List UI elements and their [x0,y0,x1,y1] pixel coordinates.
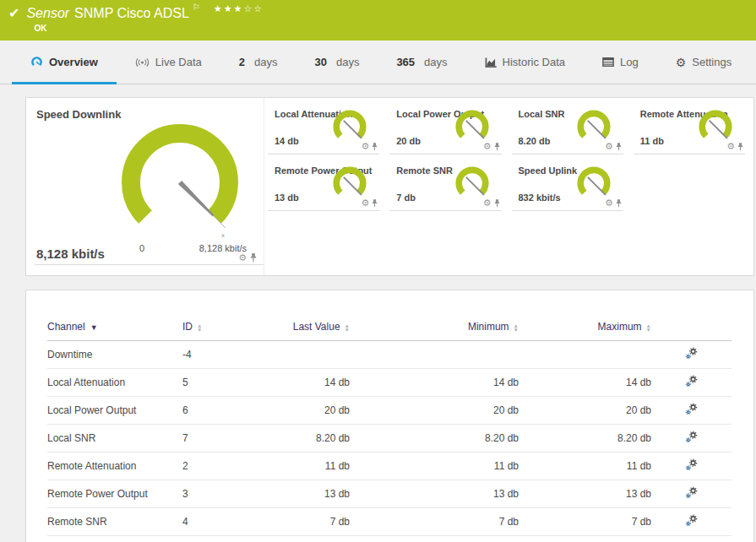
channel-maximum-cell: 20 db [519,397,651,425]
channel-last-value-cell: 13 db [233,480,350,508]
mini-gauge-local-snr[interactable]: Local SNR 8.20 db ⚙ [512,98,623,154]
channel-gauge-value: 832 kbit/s [519,192,561,203]
object-kind-label: Sensor [26,5,69,21]
main-gauge-title: Speed Downlink [36,108,121,121]
channel-minimum-cell: 20 db [350,397,519,425]
tab-historic-data[interactable]: Historic Data [466,41,584,84]
pin-icon[interactable] [250,253,257,263]
column-header-minimum[interactable]: Minimum▲▼ [350,316,519,341]
mini-gauge-speed-uplink[interactable]: Speed Uplink 832 kbit/s ⚙ [512,154,623,211]
channel-minimum-cell: 14 db [350,369,519,397]
channel-name-cell: Local Attenuation [47,369,182,397]
gear-icon[interactable]: ⚙ [605,142,613,151]
column-header-maximum[interactable]: Maximum▲▼ [519,316,651,341]
channel-maximum-cell: 13 db [519,480,651,508]
tab-label: Historic Data [503,56,565,68]
main-gauge-dial: x [117,119,243,246]
channel-settings-icon[interactable] [685,486,698,499]
mini-gauge-empty-slot [634,154,745,211]
channel-last-value-cell: 7 db [233,508,350,536]
column-header-id[interactable]: ID▲▼ [182,316,233,341]
table-header-row: Channel▼ ID▲▼ Last Value▲▼ Minimum▲▼ Max… [47,316,732,341]
rating-stars[interactable]: ★★★☆☆ [214,3,264,14]
channel-last-value-cell: 14 db [233,369,350,397]
tab-label: Log [620,56,639,68]
channel-name-cell: Remote Power Output [47,480,182,508]
mini-gauge-dial [332,109,367,144]
gauges-panel: Speed Downlink x 0 8,128 kbit/s 8,128 kb… [25,97,754,276]
gear-icon[interactable]: ⚙ [483,142,492,151]
table-row: Local Power Output 6 20 db 20 db 20 db [47,397,732,425]
mini-gauge-local-attenuation[interactable]: Local Attenuation 14 db ⚙ [268,98,379,154]
status-badge: OK [34,24,264,33]
channel-maximum-cell: 14 db [519,369,651,397]
channel-settings-icon[interactable] [685,403,698,415]
pin-icon[interactable] [372,199,378,208]
pin-icon[interactable] [494,143,500,151]
tab-settings[interactable]: ⚙ Settings [657,41,751,84]
live-data-icon [135,57,150,68]
tab-365-days[interactable]: 365 days [378,41,465,84]
channel-minimum-cell [350,341,519,369]
sort-icon: ▲▼ [345,323,350,332]
mini-gauge-remote-attenuation[interactable]: Remote Attenuation 11 db ⚙ [634,98,745,154]
sort-icon: ▲▼ [514,323,519,332]
channel-gauge-value: 13 db [275,192,299,203]
channel-maximum-cell [519,341,651,369]
pin-icon[interactable] [494,199,500,208]
channel-id-cell: 6 [182,397,233,425]
pin-icon[interactable] [616,143,622,151]
tab-2-days[interactable]: 2 days [220,41,296,84]
mini-gauge-dial [454,109,490,144]
column-header-actions [651,316,732,341]
channel-minimum-cell: 8.20 db [350,425,519,453]
gear-icon[interactable]: ⚙ [726,142,735,151]
area-chart-icon [485,57,497,68]
mini-gauge-local-power-output[interactable]: Local Power Output 20 db ⚙ [389,98,501,154]
table-row: Remote SNR 4 7 db 7 db 7 db [47,508,732,536]
pin-icon[interactable] [616,199,622,208]
channel-settings-icon[interactable] [685,458,698,471]
gear-icon[interactable]: ⚙ [483,198,492,208]
channel-settings-icon[interactable] [685,375,698,388]
tab-30-days[interactable]: 30 days [296,41,378,84]
sensor-title: SNMP Cisco ADSL [74,5,189,21]
tab-overview[interactable]: Overview [12,41,117,84]
column-header-channel[interactable]: Channel▼ [47,316,182,341]
mini-gauge-remote-snr[interactable]: Remote SNR 7 db ⚙ [389,154,501,211]
channel-gauge-value: 20 db [396,136,421,146]
sort-desc-icon: ▼ [90,323,98,332]
divider [35,264,264,265]
channel-settings-icon[interactable] [685,514,698,527]
channel-gauge-title: Speed Uplink [519,165,578,176]
channel-id-cell: 7 [182,425,233,453]
pin-icon[interactable] [737,143,743,151]
gear-icon[interactable]: ⚙ [238,253,247,263]
channel-settings-icon[interactable] [685,431,698,443]
tab-log[interactable]: Log [584,41,657,84]
channel-gauge-value: 8.20 db [519,136,551,146]
flag-icon[interactable]: ⚐ [193,3,200,13]
column-header-last-value[interactable]: Last Value▲▼ [233,316,350,341]
channels-panel: Channel▼ ID▲▼ Last Value▲▼ Minimum▲▼ Max… [25,290,754,542]
channel-last-value-cell: 8.20 db [233,425,350,453]
svg-text:x: x [221,232,225,239]
tab-live-data[interactable]: Live Data [117,41,220,84]
log-icon [602,57,614,67]
sort-icon: ▲▼ [646,323,651,332]
channel-minimum-cell: 7 db [350,508,519,536]
gear-icon[interactable]: ⚙ [361,142,369,151]
channel-settings-icon[interactable] [685,347,698,360]
channel-name-cell: Local Power Output [47,397,182,425]
gear-icon[interactable]: ⚙ [361,198,369,208]
table-row: Remote Power Output 3 13 db 13 db 13 db [47,480,732,508]
tab-label: Settings [692,56,732,68]
tab-bar: Overview Live Data 2 days 30 days 365 da… [0,41,756,84]
mini-gauge-remote-power-output[interactable]: Remote Power Output 13 db ⚙ [268,154,379,211]
gear-icon[interactable]: ⚙ [605,198,613,208]
pin-icon[interactable] [372,143,378,151]
channel-last-value-cell: 11 db [233,453,350,480]
channel-last-value-cell [233,341,350,369]
mini-gauge-dial [454,165,490,201]
tab-label: Overview [49,56,98,68]
